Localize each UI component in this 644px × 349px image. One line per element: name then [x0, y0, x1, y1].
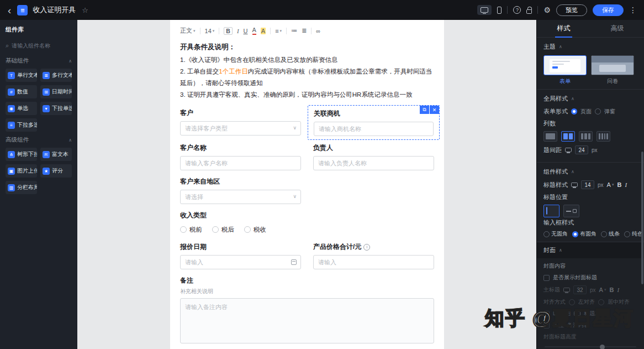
radio-pre-tax[interactable]: 税前	[180, 226, 202, 234]
tab-advanced[interactable]: 高级	[590, 20, 644, 37]
font-size-dropdown[interactable]: 14▾	[205, 28, 215, 34]
opportunity-input[interactable]	[314, 122, 434, 136]
radio-align-center[interactable]	[598, 299, 604, 305]
component-image-upload[interactable]: ▣图片上传	[6, 164, 37, 178]
input-style-line[interactable]: 线条	[601, 230, 620, 238]
field-customer[interactable]: 客户 ∨	[175, 105, 307, 140]
component-rating[interactable]: ★评分	[40, 164, 72, 178]
back-icon[interactable]: ‹	[7, 5, 12, 15]
ordered-list-icon[interactable]: ≔	[291, 27, 297, 34]
notice-text-block[interactable]: 开具条件及说明： 1.《收入证明》中包含在职相关信息及已发放的薪资信息 2. 工…	[175, 43, 440, 101]
main-title-size[interactable]: 32	[573, 285, 587, 294]
component-single-line-text[interactable]: T单行文本	[6, 69, 37, 82]
tab-style[interactable]: 样式	[537, 20, 590, 37]
settings-gear-icon[interactable]: ⚙	[543, 6, 551, 14]
title-left-icon[interactable]	[563, 205, 579, 217]
radio-circle-icon	[212, 226, 219, 233]
lock-icon[interactable]	[526, 7, 532, 14]
owner-input[interactable]	[313, 156, 434, 170]
total-price-input[interactable]	[313, 255, 434, 269]
field-quote-date[interactable]: 报价日期	[175, 239, 307, 273]
search-input[interactable]	[12, 43, 67, 49]
region-select[interactable]	[180, 190, 301, 204]
help-icon[interactable]: ?	[513, 6, 521, 14]
columns-3-icon[interactable]	[579, 131, 593, 142]
global-style-header[interactable]: 全局样式∧	[543, 95, 637, 103]
field-opportunity-selected[interactable]: ⧉ ✕ 关联商机	[308, 105, 440, 140]
bold-icon[interactable]: B	[609, 287, 614, 293]
highlight-icon[interactable]: A	[261, 28, 266, 34]
align-icon[interactable]: ≡▾	[275, 28, 282, 34]
slider-knob[interactable]	[600, 345, 605, 349]
info-icon[interactable]: i	[363, 244, 370, 251]
title-size-value[interactable]: 14	[581, 180, 594, 189]
input-style-solid[interactable]: 纯色	[624, 230, 643, 238]
advanced-components-header[interactable]: 高级组件 ∧	[6, 136, 72, 144]
save-button[interactable]: 保存	[593, 4, 624, 16]
radio-post-tax[interactable]: 税后	[212, 226, 234, 234]
field-customer-name[interactable]: 客户名称	[175, 140, 307, 174]
theme-section: 主题∧ 表单 问卷	[537, 38, 644, 90]
component-search[interactable]: ⌕	[6, 39, 72, 51]
component-dropdown-single[interactable]: ▾下拉单选	[40, 102, 72, 115]
field-remark[interactable]: 备注 补充相关说明	[175, 273, 440, 349]
radio-tax[interactable]: 税收	[244, 226, 266, 234]
component-tree-dropdown[interactable]: ⋔树形下拉	[6, 148, 37, 161]
link-icon[interactable]: ∞	[316, 28, 320, 34]
columns-4-icon[interactable]	[597, 131, 610, 142]
component-column-layout[interactable]: ▥分栏布局	[6, 181, 37, 194]
theme-form-option[interactable]: 表单	[543, 55, 587, 85]
component-style-header[interactable]: 组件样式∧	[543, 168, 637, 176]
columns-2-icon[interactable]	[561, 131, 575, 142]
field-total-price[interactable]: 产品价格合计/元i	[308, 239, 440, 273]
component-dropdown-multi[interactable]: ≡下拉多选	[6, 118, 37, 132]
field-owner[interactable]: 负责人	[308, 140, 440, 174]
show-cover-title-checkbox[interactable]	[543, 275, 550, 281]
component-number[interactable]: #数值	[6, 85, 37, 98]
star-icon[interactable]: ☆	[82, 6, 88, 14]
basic-components-header[interactable]: 基础组件 ∧	[6, 57, 72, 65]
component-rich-text[interactable]: R富文本	[40, 148, 72, 161]
paragraph-style-dropdown[interactable]: 正文▾	[180, 27, 196, 35]
cover-header[interactable]: 封面∧	[537, 242, 644, 258]
title-top-icon[interactable]	[543, 205, 559, 217]
remark-textarea[interactable]	[180, 298, 434, 343]
mobile-view-icon[interactable]	[497, 7, 502, 14]
component-multi-line-text[interactable]: ≣多行文本	[40, 69, 72, 82]
field-region[interactable]: 客户来自地区 ∨	[175, 174, 307, 207]
font-color-dropdown[interactable]: A▾	[599, 287, 606, 293]
italic-icon[interactable]: I	[237, 28, 239, 34]
bold-icon[interactable]: B	[224, 27, 233, 35]
font-color-dropdown[interactable]: A▾	[607, 181, 614, 188]
input-style-square[interactable]: 无圆角	[543, 230, 568, 238]
columns-1-icon[interactable]	[543, 131, 557, 142]
italic-icon[interactable]: I	[625, 181, 627, 188]
chevron-down-icon: ∨	[293, 194, 297, 199]
preview-button[interactable]: 预览	[556, 4, 587, 16]
customer-select[interactable]	[180, 121, 301, 136]
theme-survey-option[interactable]: 问卷	[591, 55, 634, 85]
radio-align-left[interactable]	[569, 299, 575, 305]
underline-icon[interactable]: U	[244, 28, 248, 34]
desktop-view-icon[interactable]	[477, 5, 492, 15]
cover-height-slider[interactable]	[545, 346, 636, 347]
quote-date-input[interactable]	[180, 255, 301, 269]
font-color-icon[interactable]: A	[252, 27, 256, 34]
field-income-type[interactable]: 收入类型 税前 税后 税收	[175, 207, 440, 239]
radio-dialog-mode[interactable]	[595, 108, 601, 114]
input-style-rounded[interactable]: 有圆角	[572, 230, 597, 238]
panel-scrollbar[interactable]	[641, 152, 643, 284]
copy-field-icon[interactable]: ⧉	[420, 106, 429, 114]
delete-field-icon[interactable]: ✕	[430, 106, 439, 114]
component-radio[interactable]: ◉单选	[6, 102, 37, 115]
component-datetime[interactable]: ⊞日期时间	[40, 85, 72, 98]
customer-name-input[interactable]	[180, 156, 301, 170]
bullet-list-icon[interactable]: ≣	[302, 27, 307, 34]
theme-header[interactable]: 主题∧	[543, 43, 637, 51]
spacing-value[interactable]: 24	[575, 145, 588, 154]
more-menu-icon[interactable]: ⋮	[629, 6, 637, 14]
radio-page-mode[interactable]	[571, 108, 577, 114]
income-type-options: 税前 税后 税收	[180, 223, 434, 236]
italic-icon[interactable]: I	[617, 287, 619, 293]
bold-icon[interactable]: B	[617, 181, 621, 188]
